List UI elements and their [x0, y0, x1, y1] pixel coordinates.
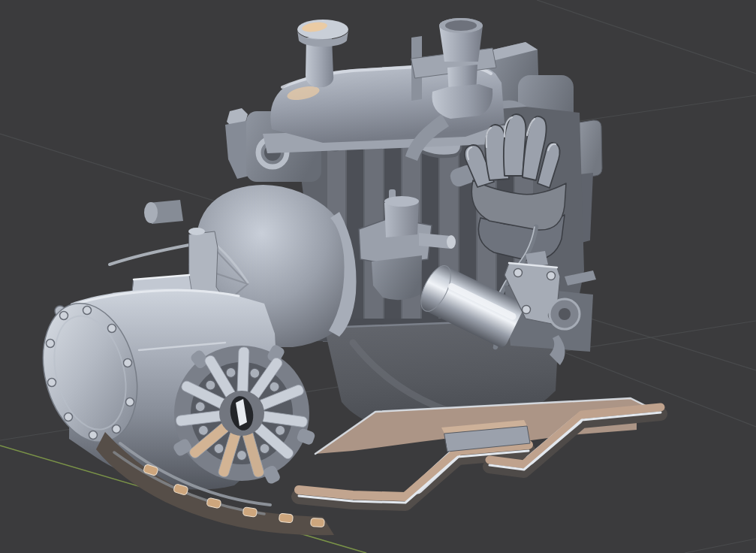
funnel-mouth	[445, 20, 477, 31]
fuel-pump-top	[384, 196, 419, 207]
pulley-hub	[559, 308, 571, 320]
bracket-cap-bolt	[188, 228, 205, 235]
pipe-cap	[447, 235, 456, 249]
3d-viewport[interactable]	[0, 0, 756, 553]
stub-cap	[144, 202, 158, 223]
